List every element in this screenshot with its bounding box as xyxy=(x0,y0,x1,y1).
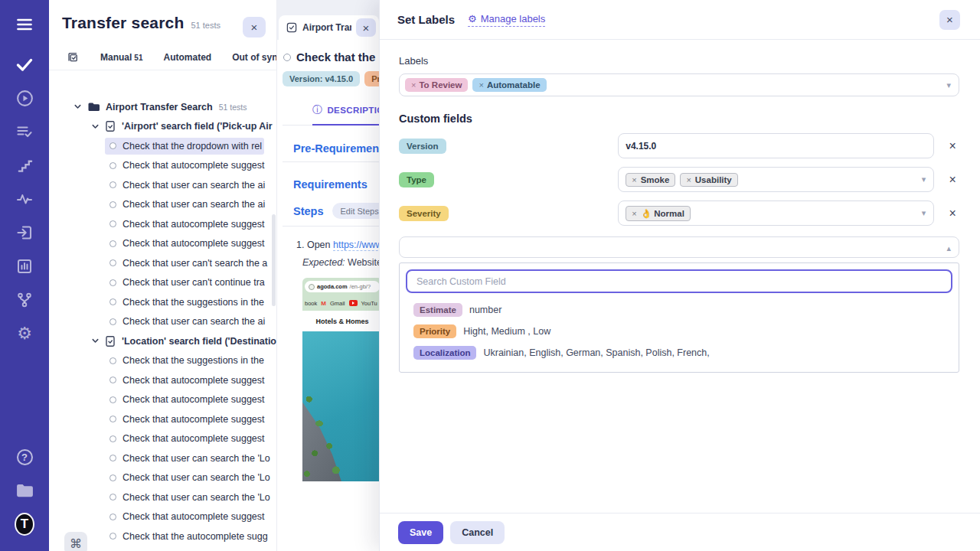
inbox-icon[interactable] xyxy=(15,223,34,243)
tree-test-item[interactable]: Check that user can search the ai xyxy=(49,175,276,195)
remove-field-button[interactable]: × xyxy=(946,174,959,186)
custom-field-option-priority[interactable]: PriorityHight, Medium , Low xyxy=(413,324,952,338)
tab-manual[interactable]: Manual51 xyxy=(100,52,142,63)
tree-test-item[interactable]: Check that autocomplete suggest xyxy=(49,429,276,449)
modal-header: Set Labels ⚙ Manage labels × xyxy=(380,0,980,40)
remove-chip-icon[interactable]: × xyxy=(632,175,636,184)
chevron-down-icon[interactable] xyxy=(91,337,100,345)
screenshot-bookmarks-bar: book M Gmail YouTu xyxy=(302,295,379,311)
tree-test-item[interactable]: Check that autocomplete suggest xyxy=(49,156,276,176)
divider xyxy=(283,161,379,162)
test-plans-icon[interactable] xyxy=(15,122,34,142)
section-steps[interactable]: Steps xyxy=(283,205,324,217)
chevron-down-icon[interactable] xyxy=(74,103,82,111)
tree-test-item[interactable]: Check that autocomplete suggest xyxy=(49,214,276,234)
tree-test-item[interactable]: Check that user can search the ai xyxy=(49,195,276,215)
close-modal-button[interactable]: × xyxy=(939,10,960,30)
tree-item-count: 51 tests xyxy=(219,103,247,112)
tree-test-item[interactable]: Check that autocomplete suggest xyxy=(49,234,276,254)
version-input[interactable] xyxy=(626,141,915,152)
test-circle-icon xyxy=(109,416,116,422)
tests-check-icon[interactable] xyxy=(15,54,34,74)
screenshot-url-path: /en-gb/? xyxy=(350,283,371,290)
tree-scrollbar[interactable] xyxy=(272,214,276,306)
shared-steps-icon[interactable] xyxy=(15,155,34,175)
close-tree-panel-button[interactable]: × xyxy=(243,17,266,37)
tree-test-item[interactable]: Check that autocomplete suggest xyxy=(49,409,276,429)
field-name-chip: Version xyxy=(399,139,446,154)
menu-icon[interactable] xyxy=(15,15,34,34)
tree-test-item[interactable]: Check that user can't search the a xyxy=(49,253,276,273)
tree-test-item[interactable]: Check that autocomplete suggest xyxy=(49,507,276,527)
remove-chip-icon[interactable]: × xyxy=(411,80,416,90)
tab-automated[interactable]: Automated xyxy=(163,52,211,63)
tree-test-item[interactable]: Check that the suggestions in the xyxy=(49,292,276,312)
tab-description[interactable]: ⓘ DESCRIPTION xyxy=(312,103,379,126)
step-link[interactable]: https://www.a xyxy=(333,240,379,251)
chevron-down-icon[interactable] xyxy=(91,122,100,131)
section-requirements[interactable]: Requirements xyxy=(283,178,379,191)
milestones-icon[interactable] xyxy=(15,290,34,310)
option-values-text: Hight, Medium , Low xyxy=(463,326,550,337)
step-screenshot[interactable]: agoda.com/en-gb/? book M Gmail YouTu Hot… xyxy=(302,278,379,481)
labels-select[interactable]: × To Review× Automatable▾ xyxy=(399,73,959,96)
tree-test-item[interactable]: Check that autocomplete suggest xyxy=(49,390,276,410)
help-icon[interactable]: ? xyxy=(15,447,34,467)
option-name-chip: Estimate xyxy=(413,303,462,317)
cancel-button[interactable]: Cancel xyxy=(450,521,505,544)
remove-field-button[interactable]: × xyxy=(946,140,959,152)
tab-out-of-sync[interactable]: Out of syn xyxy=(232,52,277,63)
test-circle-icon xyxy=(109,357,116,364)
label-chip: × To Review xyxy=(405,78,468,92)
tree-test-item[interactable]: Check that the suggestions in the xyxy=(49,351,276,371)
tree-test-item[interactable]: Check that the dropdown with rel xyxy=(49,136,276,156)
add-custom-field-select[interactable]: ▴ xyxy=(399,236,959,258)
chevron-down-icon: ▾ xyxy=(922,208,926,218)
edit-steps-toggle[interactable]: Edit Steps xyxy=(332,203,380,219)
save-button[interactable]: Save xyxy=(398,521,443,544)
remove-chip-icon[interactable]: × xyxy=(632,209,636,218)
tree-folder-item[interactable]: Airport Transfer Search51 tests xyxy=(49,97,276,117)
tree-item-label: Check that autocomplete suggest xyxy=(122,394,265,405)
activity-icon[interactable] xyxy=(15,189,34,209)
tree-test-item[interactable]: Check that user can search the 'Lo xyxy=(49,468,276,488)
search-custom-field-input[interactable] xyxy=(406,269,952,293)
tree-test-item[interactable]: Check that user can't continue tra xyxy=(49,273,276,293)
command-shortcut-badge[interactable]: ⌘ xyxy=(64,532,87,551)
chevron-up-icon: ▴ xyxy=(946,243,951,253)
select-all-icon[interactable] xyxy=(66,51,80,64)
manage-labels-link[interactable]: ⚙ Manage labels xyxy=(468,13,545,27)
severity-select[interactable]: × 👌 Normal▾ xyxy=(618,201,934,226)
remove-field-button[interactable]: × xyxy=(946,207,959,220)
tree-tabs: Manual51 Automated Out of syn xyxy=(49,44,276,70)
tree-test-item[interactable]: Check that user can search the 'Lo xyxy=(49,487,276,507)
tree-item-label: Airport Transfer Search xyxy=(106,102,213,112)
info-icon: ⓘ xyxy=(312,103,322,117)
modal-title: Set Labels xyxy=(397,13,455,26)
tests-tree-panel: Transfer search 51 tests × Manual51 Auto… xyxy=(49,0,277,551)
tree-item-label: Check that autocomplete suggest xyxy=(122,238,265,249)
test-circle-icon xyxy=(109,318,116,325)
tree-test-item[interactable]: Check that autocomplete suggest xyxy=(49,370,276,390)
section-pre-requirements[interactable]: Pre-Requirements xyxy=(283,142,379,155)
custom-field-option-localization[interactable]: LocalizationUkrainian, English, German, … xyxy=(413,346,952,360)
version-input-wrap xyxy=(618,133,934,158)
projects-folder-icon[interactable] xyxy=(15,481,34,500)
test-runs-icon[interactable] xyxy=(15,88,34,108)
custom-fields-heading: Custom fields xyxy=(399,112,959,125)
close-case-tab-button[interactable]: × xyxy=(356,18,376,37)
tree-test-item[interactable]: Check that user can search the 'Lo xyxy=(49,448,276,468)
custom-field-option-estimate[interactable]: Estimatenumber xyxy=(413,303,952,317)
remove-chip-icon[interactable]: × xyxy=(479,80,483,90)
tree-test-item[interactable]: Check that user can search the ai xyxy=(49,312,276,332)
left-rail: ⚙ ? T xyxy=(0,0,49,551)
tree-suite-item[interactable]: 'Location' search field ('Destinatio xyxy=(49,331,276,351)
tree-suite-item[interactable]: 'Airport' search field ('Pick-up Air xyxy=(49,117,276,137)
reports-icon[interactable] xyxy=(15,256,34,276)
case-tab[interactable]: Airport Transfer × xyxy=(279,15,379,40)
case-title: Check that the xyxy=(283,51,379,64)
type-select[interactable]: × Smoke× Usability▾ xyxy=(618,167,934,192)
remove-chip-icon[interactable]: × xyxy=(686,175,691,184)
settings-icon[interactable]: ⚙ xyxy=(15,324,34,344)
brand-logo[interactable]: T xyxy=(15,514,34,534)
